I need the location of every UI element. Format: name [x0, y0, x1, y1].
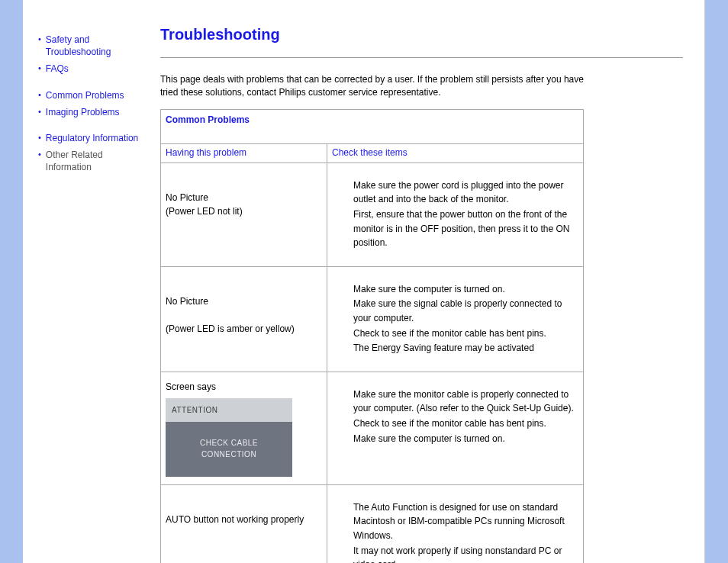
table-row: Screen says ATTENTION CHECK CABLE CONNEC…	[161, 372, 584, 484]
solution-cell: Make sure the monitor cable is properly …	[327, 372, 584, 484]
solution-text: It may not work properly if using nonsta…	[353, 544, 575, 564]
osd-header: ATTENTION	[166, 398, 292, 422]
problem-cell: Screen says ATTENTION CHECK CABLE CONNEC…	[161, 372, 327, 484]
table-row: No Picture (Power LED not lit) Make sure…	[161, 162, 584, 266]
solution-text: Make sure the computer is turned on.	[353, 282, 575, 297]
problem-cell: AUTO button not working properly	[161, 484, 327, 563]
section-title: Common Problems	[161, 109, 584, 143]
sidebar-link[interactable]: FAQs	[46, 63, 69, 75]
solution-cell: The Auto Function is designed for use on…	[327, 484, 584, 563]
solution-text: The Auto Function is designed for use on…	[353, 500, 575, 543]
osd-message-box: ATTENTION CHECK CABLE CONNECTION	[166, 398, 292, 477]
right-stripe	[705, 0, 728, 563]
col-problem: Having this problem	[161, 143, 327, 162]
sidebar-link[interactable]: Regulatory Information	[46, 132, 138, 144]
sidebar-item-imaging[interactable]: Imaging Problems	[38, 106, 147, 118]
problem-line: No Picture	[166, 192, 208, 203]
sidebar-item-common[interactable]: Common Problems	[38, 89, 147, 101]
troubleshooting-table: Common Problems Having this problem Chec…	[160, 109, 584, 563]
sidebar-item-other[interactable]: Other Related Information	[38, 149, 147, 173]
sidebar-item-safety[interactable]: Safety and Troubleshooting	[38, 34, 147, 58]
solution-text: Check to see if the monitor cable has be…	[353, 327, 575, 341]
problem-line: AUTO button not working properly	[166, 514, 304, 525]
sidebar-link[interactable]: Other Related Information	[46, 149, 147, 173]
left-stripe	[0, 0, 23, 563]
section-header-common: Common Problems	[161, 109, 584, 143]
solution-text: The Energy Saving feature may be activat…	[353, 341, 575, 355]
sidebar-item-faqs[interactable]: FAQs	[38, 63, 147, 75]
divider	[160, 57, 683, 58]
solution-cell: Make sure the power cord is plugged into…	[327, 162, 584, 266]
solution-text: Check to see if the monitor cable has be…	[353, 417, 575, 431]
osd-body: CHECK CABLE CONNECTION	[166, 422, 292, 477]
page-title: Troubleshooting	[160, 26, 683, 43]
col-solution: Check these items	[327, 143, 584, 162]
solution-text: Make sure the power cord is plugged into…	[353, 179, 575, 207]
sidebar-link[interactable]: Safety and Troubleshooting	[46, 34, 147, 58]
problem-line: No Picture	[166, 296, 208, 307]
problem-line: Screen says	[166, 381, 216, 392]
solution-cell: Make sure the computer is turned on. Mak…	[327, 266, 584, 372]
intro-text: This page deals with problems that can b…	[160, 73, 588, 100]
sidebar-item-regulatory[interactable]: Regulatory Information	[38, 132, 147, 144]
main-content: Troubleshooting This page deals with pro…	[153, 0, 704, 563]
solution-text: Make sure the signal cable is properly c…	[353, 297, 575, 325]
problem-cell: No Picture (Power LED is amber or yellow…	[161, 266, 327, 372]
table-row: No Picture (Power LED is amber or yellow…	[161, 266, 584, 372]
table-row: AUTO button not working properly The Aut…	[161, 484, 584, 563]
sidebar: Safety and Troubleshooting FAQs Common P…	[23, 0, 153, 563]
sidebar-link[interactable]: Common Problems	[46, 89, 124, 101]
problem-line: (Power LED not lit)	[166, 206, 243, 217]
solution-text: First, ensure that the power button on t…	[353, 208, 575, 250]
problem-line: (Power LED is amber or yellow)	[166, 323, 295, 334]
problem-cell: No Picture (Power LED not lit)	[161, 162, 327, 266]
sidebar-link[interactable]: Imaging Problems	[46, 106, 120, 118]
solution-text: Make sure the monitor cable is properly …	[353, 388, 575, 416]
solution-text: Make sure the computer is turned on.	[353, 432, 575, 446]
column-headers: Having this problem Check these items	[161, 143, 584, 162]
